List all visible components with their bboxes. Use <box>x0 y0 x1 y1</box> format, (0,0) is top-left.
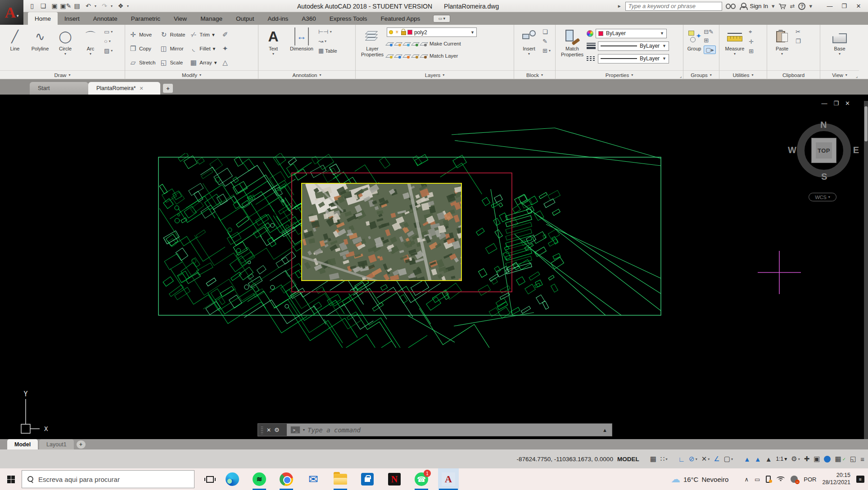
scrollbar-thumb[interactable] <box>864 106 868 141</box>
panel-label-groups[interactable]: Groups▾ <box>683 70 719 79</box>
view-panel-expander-icon[interactable]: ⌟ <box>856 74 858 78</box>
panel-label-modify[interactable]: Modify▾ <box>125 70 258 79</box>
annotation-monitor-icon[interactable]: ✚ <box>804 455 810 463</box>
command-history-arrow-icon[interactable]: ▲ <box>602 427 608 433</box>
customization-menu-icon[interactable]: ≡ <box>860 455 864 463</box>
viewcube-top-face[interactable]: TOP <box>811 138 836 163</box>
action-center-icon[interactable]: ≡ <box>856 476 864 483</box>
point-style-button[interactable]: ⌖ <box>749 28 754 36</box>
tray-expand-chevron-icon[interactable]: ∧ <box>744 476 749 483</box>
move-button[interactable]: ✛Move <box>129 31 155 39</box>
annotation-autoscale-icon[interactable]: ▲ <box>755 455 761 463</box>
command-input[interactable] <box>307 426 600 434</box>
explode-button[interactable]: ✦ <box>222 45 229 53</box>
tab-add-ins[interactable]: Add-ins <box>261 12 295 25</box>
layer-control-dropdown[interactable]: ☀ poly2 ▼ <box>387 27 477 37</box>
layer-off-icon[interactable] <box>385 42 394 45</box>
start-button[interactable] <box>0 468 22 490</box>
windows-search-box[interactable] <box>22 470 194 488</box>
arc-button[interactable]: ⌒ Arc ▾ <box>78 27 103 56</box>
text-dropdown-icon[interactable]: ▾ <box>272 52 274 56</box>
panel-label-block[interactable]: Block▾ <box>514 70 555 79</box>
block-editor-button[interactable]: ⊞ ▾ <box>542 47 551 54</box>
id-point-button[interactable]: ✛ <box>749 38 754 45</box>
linetype-icon[interactable] <box>587 56 596 61</box>
layer-prev-icon[interactable] <box>402 54 411 58</box>
insert-block-button[interactable]: Insert ▾ <box>516 27 542 56</box>
fillet-dropdown-icon[interactable]: ▾ <box>213 45 216 52</box>
taskbar-mail-button[interactable]: ✉ <box>303 468 324 490</box>
customize-qat-icon[interactable]: ▾ <box>127 4 131 8</box>
rectangle-button[interactable]: ▭ ▾ <box>104 28 113 35</box>
define-attributes-button[interactable]: ✎ <box>542 38 551 45</box>
group-button[interactable]: ✦ Group <box>686 27 703 52</box>
clean-screen-icon[interactable]: ◱ <box>850 455 856 463</box>
drawing-minimize-button[interactable]: — <box>821 100 827 107</box>
cad-drawing[interactable]: YX <box>0 95 868 439</box>
ellipse-button[interactable]: ○ ▾ <box>104 38 113 45</box>
command-prompt-icon[interactable]: >_ <box>290 426 300 434</box>
polar-tracking-icon[interactable]: ⊘▾ <box>689 455 697 463</box>
layer-color-swatch[interactable] <box>407 30 412 35</box>
drawing-restore-button[interactable]: ❐ <box>833 100 839 107</box>
new-drawing-tab-button[interactable]: + <box>163 84 173 93</box>
hatch-button[interactable]: ▨ ▾ <box>104 47 113 54</box>
tab-output[interactable]: Output <box>229 12 261 25</box>
erase-brush-button[interactable]: ✐ <box>222 31 229 39</box>
redo-dropdown-icon[interactable]: ▾ <box>111 4 114 8</box>
sign-in-button[interactable]: Sign In <box>750 3 768 9</box>
file-tab-close-icon[interactable]: ✕ <box>140 86 144 91</box>
lineweight-dropdown[interactable]: ByLayer ▼ <box>598 41 669 51</box>
file-tab-start[interactable]: Start <box>30 82 88 95</box>
insert-dropdown-icon[interactable]: ▾ <box>528 52 530 56</box>
group-edit-button[interactable]: ⊞ <box>704 37 716 44</box>
stretch-button[interactable]: ▱Stretch <box>129 59 155 67</box>
help-dropdown-icon[interactable]: ▾ <box>809 3 812 9</box>
exchange-apps-icon[interactable]: ⇄ <box>790 3 795 9</box>
viewcube-north-label[interactable]: N <box>820 120 827 130</box>
task-view-button[interactable] <box>201 468 219 490</box>
layer-unisolate-icon[interactable] <box>411 54 420 58</box>
sign-in-dropdown-icon[interactable]: ▾ <box>772 3 775 9</box>
panel-label-utilities[interactable]: Utilities▾ <box>719 70 767 79</box>
command-drag-handle-icon[interactable] <box>261 426 263 434</box>
linetype-dropdown[interactable]: ByLayer ▼ <box>598 54 669 64</box>
tab-parametric[interactable]: Parametric <box>124 12 167 25</box>
table-button[interactable]: ▦ Table <box>318 47 337 54</box>
new-layout-button[interactable]: + <box>77 440 86 449</box>
plot-button[interactable]: ▤ <box>72 1 82 10</box>
taskbar-store-button[interactable] <box>357 468 378 490</box>
new-file-button[interactable]: ▯ <box>27 1 37 10</box>
model-tab[interactable]: Model <box>7 439 38 449</box>
copy-clip-button[interactable]: ❐ <box>796 38 801 45</box>
match-layer-icon[interactable] <box>420 54 428 58</box>
ungroup-button[interactable]: ⊟✎ <box>704 28 716 35</box>
match-layer-button[interactable]: Match Layer <box>429 53 458 59</box>
layer-on-bulb-icon[interactable] <box>389 30 393 34</box>
windows-search-input[interactable] <box>38 476 182 483</box>
measure-dropdown-icon[interactable]: ▾ <box>734 52 736 56</box>
search-binoculars-icon[interactable] <box>726 3 736 9</box>
snap-mode-icon[interactable]: ∷▾ <box>660 455 668 463</box>
circle-button[interactable]: ◯ Circle ▾ <box>53 27 78 56</box>
isolate-objects-icon[interactable]: ▣ <box>814 455 820 463</box>
recent-commands-dropdown-icon[interactable]: ▾ <box>303 428 305 432</box>
group-selection-toggle[interactable]: ▢▸ <box>704 45 716 54</box>
drawing-area[interactable]: YX — ❐ ✕ N W E S TOP WCS▾ <box>0 95 868 439</box>
edit-block-button[interactable]: ❏ <box>542 28 551 35</box>
app-maximize-button[interactable]: ❐ <box>837 1 851 11</box>
autocad-app-menu-button[interactable]: A ▾ <box>0 0 23 25</box>
text-button[interactable]: A Text ▾ <box>261 27 286 56</box>
app-minimize-button[interactable]: — <box>823 1 836 11</box>
annotation-visibility-icon[interactable]: ▲ <box>744 455 750 463</box>
help-icon[interactable]: ? <box>798 3 805 10</box>
taskbar-autocad-button[interactable]: A <box>438 468 459 490</box>
object-color-dropdown[interactable]: ByLayer ▼ <box>596 29 667 38</box>
autosave-status-icon[interactable]: ▦✓ <box>835 455 846 463</box>
weather-widget[interactable]: ☁ 16°C Nevoeiro <box>671 474 729 485</box>
panel-label-annotation[interactable]: Annotation▾ <box>258 70 355 79</box>
quick-calculator-button[interactable]: ⊞ <box>749 48 754 54</box>
array-button[interactable]: ▦Array▾ <box>190 59 217 67</box>
leader-button[interactable]: ↝ ▾ <box>318 38 337 45</box>
taskbar-file-explorer-button[interactable] <box>330 468 351 490</box>
